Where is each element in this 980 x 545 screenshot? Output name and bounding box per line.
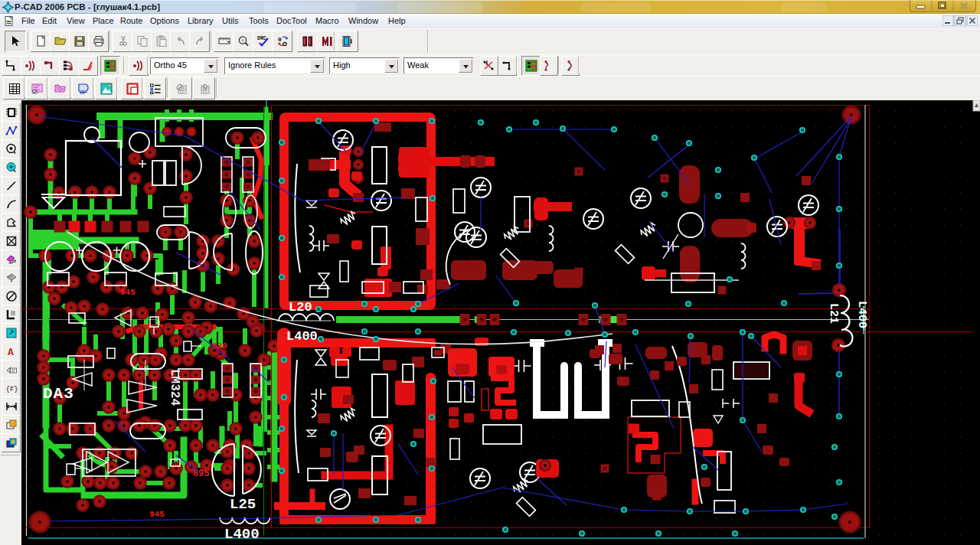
svg-text:830: 830	[212, 341, 227, 351]
svg-text:{F}: {F}	[5, 385, 18, 393]
svg-text:A: A	[8, 347, 14, 358]
svg-text:DA3: DA3	[43, 385, 74, 403]
svg-text:L400: L400	[286, 329, 318, 344]
svg-text:L25: L25	[230, 496, 256, 513]
svg-text:945: 945	[149, 510, 165, 519]
svg-text:945: 945	[120, 288, 136, 297]
svg-text:L400: L400	[224, 526, 260, 543]
svg-text:L400: L400	[855, 301, 868, 328]
svg-text:0: 0	[278, 36, 282, 43]
svg-text:DRC: DRC	[257, 36, 266, 41]
svg-text:895: 895	[193, 468, 210, 479]
svg-text:L20: L20	[289, 300, 312, 315]
svg-text:LM324: LM324	[168, 369, 181, 406]
svg-text:L21: L21	[827, 303, 840, 324]
